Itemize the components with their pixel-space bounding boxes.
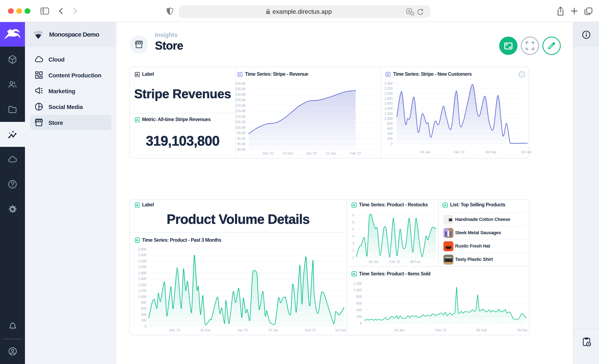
- svg-text:800: 800: [387, 122, 393, 125]
- svg-text:800: 800: [141, 301, 146, 304]
- svg-text:1,200: 1,200: [384, 112, 393, 115]
- svg-text:Dec '21: Dec '21: [169, 328, 181, 332]
- svg-text:600: 600: [141, 307, 146, 310]
- svg-text:95.0K: 95.0K: [237, 131, 246, 135]
- svg-text:15 Feb: 15 Feb: [335, 328, 345, 332]
- svg-text:Feb '22: Feb '22: [389, 260, 400, 264]
- svg-text:105.0K: 105.0K: [235, 120, 246, 124]
- svg-text:0: 0: [391, 142, 393, 146]
- svg-text:400: 400: [387, 132, 393, 135]
- svg-text:1,600: 1,600: [384, 102, 393, 105]
- svg-text:24 Jan: 24 Jan: [395, 328, 405, 332]
- svg-text:08 Feb: 08 Feb: [410, 260, 421, 264]
- svg-text:08 Feb: 08 Feb: [486, 150, 496, 154]
- svg-text:6: 6: [352, 213, 354, 217]
- svg-text:Feb '22: Feb '22: [436, 328, 447, 332]
- svg-text:400: 400: [356, 308, 362, 312]
- svg-text:Jan '22: Jan '22: [306, 152, 317, 155]
- svg-text:Dec '21: Dec '21: [263, 152, 274, 155]
- svg-text:110.0K: 110.0K: [235, 115, 246, 118]
- svg-text:Feb '22: Feb '22: [305, 328, 316, 332]
- svg-text:80.0K: 80.0K: [237, 148, 246, 151]
- svg-text:1,400: 1,400: [384, 107, 393, 110]
- svg-text:2,000: 2,000: [138, 265, 146, 269]
- svg-text:1,200: 1,200: [138, 289, 146, 293]
- svg-text:130.0K: 130.0K: [235, 93, 246, 96]
- svg-text:2,600: 2,600: [138, 248, 146, 251]
- svg-text:1: 1: [352, 256, 354, 259]
- svg-text:200: 200: [141, 319, 146, 322]
- svg-text:15 Dec: 15 Dec: [283, 152, 293, 155]
- svg-text:2,200: 2,200: [384, 87, 393, 90]
- svg-text:15 Dec: 15 Dec: [200, 328, 211, 332]
- svg-text:200: 200: [387, 137, 393, 140]
- svg-text:5: 5: [352, 228, 354, 231]
- svg-text:1,800: 1,800: [384, 97, 393, 100]
- svg-text:0: 0: [145, 325, 146, 328]
- svg-text:2,200: 2,200: [138, 259, 146, 263]
- svg-text:24 Jan: 24 Jan: [369, 260, 379, 264]
- svg-text:24 Jan: 24 Jan: [420, 150, 430, 154]
- svg-text:16 Feb: 16 Feb: [517, 328, 528, 332]
- svg-text:Jan '22: Jan '22: [237, 328, 248, 332]
- svg-text:2,400: 2,400: [138, 253, 146, 257]
- svg-text:125.0K: 125.0K: [235, 98, 246, 102]
- svg-text:135.0K: 135.0K: [235, 87, 246, 91]
- svg-text:15 Jan: 15 Jan: [326, 152, 336, 155]
- svg-text:16 Feb: 16 Feb: [521, 150, 531, 154]
- svg-text:85.0K: 85.0K: [237, 142, 246, 146]
- svg-text:4: 4: [352, 235, 354, 238]
- svg-text:600: 600: [387, 127, 393, 130]
- svg-text:08 Feb: 08 Feb: [476, 328, 487, 332]
- svg-text:200: 200: [356, 315, 362, 319]
- svg-text:2,000: 2,000: [384, 92, 393, 95]
- svg-text:140.0K: 140.0K: [235, 82, 246, 85]
- svg-text:Feb '22: Feb '22: [454, 150, 465, 154]
- svg-text:Feb '22: Feb '22: [350, 152, 361, 155]
- svg-text:2: 2: [352, 249, 354, 252]
- svg-text:2,400: 2,400: [384, 82, 393, 85]
- svg-text:3: 3: [352, 242, 354, 245]
- svg-text:1,000: 1,000: [384, 117, 393, 120]
- svg-text:1,600: 1,600: [138, 277, 146, 281]
- svg-text:0: 0: [360, 321, 362, 325]
- svg-text:90.0K: 90.0K: [237, 137, 246, 140]
- svg-text:5: 5: [352, 221, 354, 224]
- svg-text:400: 400: [141, 313, 146, 316]
- svg-text:800: 800: [356, 295, 362, 299]
- svg-text:15 Jan: 15 Jan: [268, 328, 278, 332]
- svg-text:115.0K: 115.0K: [235, 109, 246, 113]
- svg-text:120.0K: 120.0K: [235, 104, 246, 107]
- svg-text:100.0K: 100.0K: [235, 126, 246, 129]
- svg-text:1,000: 1,000: [353, 288, 362, 292]
- svg-text:600: 600: [356, 302, 362, 305]
- svg-text:1,000: 1,000: [138, 295, 146, 299]
- svg-text:1,800: 1,800: [138, 271, 146, 275]
- svg-text:1,200: 1,200: [353, 282, 362, 285]
- svg-text:1,400: 1,400: [138, 283, 146, 287]
